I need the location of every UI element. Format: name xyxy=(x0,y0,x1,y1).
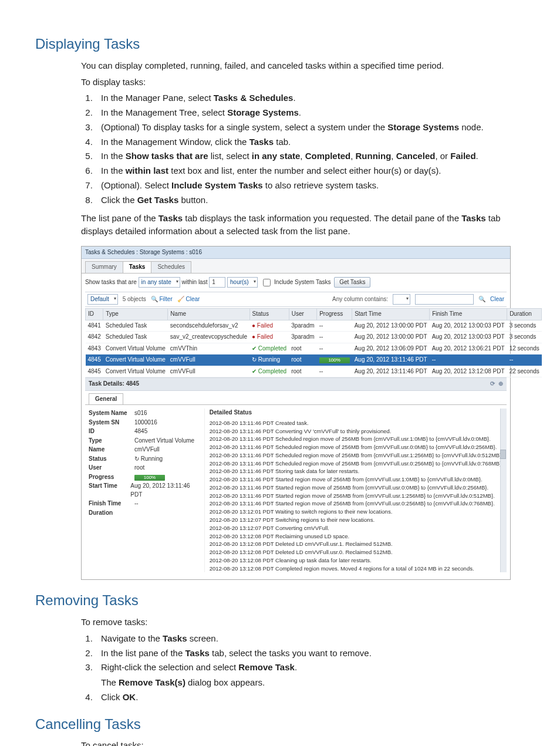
clear-search-link[interactable]: Clear xyxy=(490,295,504,304)
scrollbar-thumb[interactable] xyxy=(500,450,506,459)
status-line: 2012-08-20 13:11:46 PDT Started region m… xyxy=(210,484,503,492)
table-row[interactable]: 4845Convert Virtual VolumecmVVFull✔ Comp… xyxy=(86,366,542,377)
status-line: 2012-08-20 13:11:46 PDT Created task. xyxy=(210,419,503,427)
col-finish-time[interactable]: Finish Time xyxy=(430,309,507,320)
status-line: 2012-08-20 13:12:08 PDT Cleaning up task… xyxy=(210,556,503,565)
status-line: 2012-08-20 13:12:07 PDT Converting cmVVF… xyxy=(210,524,503,532)
remove-lead: To remove tasks: xyxy=(81,616,525,629)
col-duration[interactable]: Duration xyxy=(507,309,542,320)
detailed-status-panel: Detailed Status 2012-08-20 13:11:46 PDT … xyxy=(204,409,503,572)
within-last-input[interactable]: 1 xyxy=(209,277,225,288)
scrollbar[interactable] xyxy=(500,409,507,572)
filter-link[interactable]: 🔍 Filter xyxy=(151,295,173,304)
status-line: 2012-08-20 13:12:08 PDT Reclaiming unuse… xyxy=(210,532,503,541)
any-column-select[interactable] xyxy=(393,294,410,305)
col-name[interactable]: Name xyxy=(168,309,249,320)
tasks-table: IDTypeNameStatusUserProgressStart TimeFi… xyxy=(85,308,542,377)
step-3: (Optional) To display tasks for a single… xyxy=(95,121,525,134)
detailed-status-heading: Detailed Status xyxy=(210,409,503,417)
kv-row: System Names016 xyxy=(89,409,197,418)
state-select[interactable]: in any state xyxy=(139,277,180,288)
heading-removing-tasks: Removing Tasks xyxy=(35,590,525,611)
status-line: 2012-08-20 13:11:46 PDT Scheduled region… xyxy=(210,451,503,460)
table-row[interactable]: 4845Convert Virtual VolumecmVVFull↻ Runn… xyxy=(86,355,542,366)
tab-general[interactable]: General xyxy=(89,393,123,405)
col-status[interactable]: Status xyxy=(249,309,289,320)
rem-step-3: Right-click the selection and select Rem… xyxy=(95,661,525,689)
kv-row: NamecmVVFull xyxy=(89,445,197,454)
view-select[interactable]: Default xyxy=(87,294,118,305)
kv-row: Userroot xyxy=(89,464,197,472)
cancel-lead: To cancel tasks: xyxy=(81,739,525,746)
rem-step-4: Click OK. xyxy=(95,691,525,704)
status-line: 2012-08-20 13:11:46 PDT Started region m… xyxy=(210,475,503,484)
kv-row: TypeConvert Virtual Volume xyxy=(89,437,197,445)
status-line: 2012-08-20 13:11:46 PDT Storing task dat… xyxy=(210,467,503,475)
step-4: In the Management Window, click the Task… xyxy=(95,136,525,148)
kv-row: System SN1000016 xyxy=(89,418,197,427)
table-row[interactable]: 4841Scheduled Tasksecondscehduleforsav_v… xyxy=(86,320,542,332)
status-line: 2012-08-20 13:12:08 PDT Completed region… xyxy=(210,565,503,573)
include-system-label: Include System Tasks xyxy=(274,279,331,285)
rem-step-1: Navigate to the Tasks screen. xyxy=(95,632,525,645)
rem-step-2: In the list pane of the Tasks tab, selec… xyxy=(95,647,525,660)
table-row[interactable]: 4842Scheduled Tasksav_v2_createvcopysche… xyxy=(86,332,542,343)
clear-filter-link[interactable]: 🧹 Clear xyxy=(177,295,200,304)
task-details-header: Task Details: 4845 ⟳ ⊕ xyxy=(85,377,507,390)
status-line: 2012-08-20 13:11:46 PDT Started region m… xyxy=(210,499,503,508)
any-column-label: Any column contains: xyxy=(332,295,388,304)
status-line: 2012-08-20 13:11:46 PDT Scheduled region… xyxy=(210,435,503,443)
kv-row: Duration xyxy=(89,509,197,518)
table-row[interactable]: 4843Convert Virtual VolumecmVVThin✔ Comp… xyxy=(86,343,542,355)
task-details-kv: System Names016System SN1000016ID4845Typ… xyxy=(89,409,197,572)
kv-row: Status↻ Running xyxy=(89,455,197,464)
include-system-checkbox[interactable] xyxy=(263,279,271,286)
search-input[interactable] xyxy=(415,294,474,305)
status-line: 2012-08-20 13:11:46 PDT Scheduled region… xyxy=(210,443,503,451)
tab-summary[interactable]: Summary xyxy=(85,261,123,273)
displaying-steps: In the Manager Pane, select Tasks & Sche… xyxy=(81,92,525,206)
tasks-window: Tasks & Schedules : Storage Systems : s0… xyxy=(81,246,511,580)
status-line: 2012-08-20 13:12:08 PDT Deleted LD cmVVF… xyxy=(210,548,503,556)
within-last-label: within last xyxy=(182,279,208,285)
status-line: 2012-08-20 13:11:46 PDT Scheduled region… xyxy=(210,460,503,468)
kv-row: ID4845 xyxy=(89,427,197,436)
step-1: In the Manager Pane, select Tasks & Sche… xyxy=(95,92,525,104)
col-user[interactable]: User xyxy=(289,309,316,320)
col-start-time[interactable]: Start Time xyxy=(352,309,430,320)
filter-row: Default 5 objects 🔍 Filter 🧹 Clear Any c… xyxy=(85,292,507,308)
status-line: 2012-08-20 13:12:08 PDT Deleted LD cmVVF… xyxy=(210,540,503,548)
status-line: 2012-08-20 13:11:46 PDT Started region m… xyxy=(210,492,503,500)
step-8: Click the Get Tasks button. xyxy=(95,194,525,207)
lead-text: To display tasks: xyxy=(81,76,525,89)
tab-schedules[interactable]: Schedules xyxy=(151,261,191,273)
intro-text: You can display completed, running, fail… xyxy=(81,59,525,72)
heading-displaying-tasks: Displaying Tasks xyxy=(35,34,525,55)
status-line: 2012-08-20 13:12:01 PDT Waiting to switc… xyxy=(210,508,503,516)
step-2: In the Management Tree, select Storage S… xyxy=(95,106,525,119)
heading-cancelling-tasks: Cancelling Tasks xyxy=(35,714,525,735)
status-line: 2012-08-20 13:11:46 PDT Converting VV 'c… xyxy=(210,427,503,436)
kv-row: Progress100% xyxy=(89,473,197,482)
controls-row: Show tasks that are in any state within … xyxy=(85,277,507,288)
search-icon[interactable]: 🔍 xyxy=(478,295,485,304)
col-type[interactable]: Type xyxy=(103,309,168,320)
object-count: 5 objects xyxy=(123,295,146,304)
list-pane-text: The list pane of the Tasks tab displays … xyxy=(81,212,525,238)
window-title: Tasks & Schedules : Storage Systems : s0… xyxy=(82,247,510,259)
col-id[interactable]: ID xyxy=(86,309,103,320)
col-progress[interactable]: Progress xyxy=(317,309,352,320)
status-line: 2012-08-20 13:12:07 PDT Switching region… xyxy=(210,516,503,524)
show-tasks-label: Show tasks that are xyxy=(85,279,137,285)
unit-select[interactable]: hour(s) xyxy=(227,277,258,288)
removing-steps: Navigate to the Tasks screen. In the lis… xyxy=(81,632,525,704)
step-5: In the Show tasks that are list, select … xyxy=(95,150,525,163)
kv-row: Start TimeAug 20, 2012 13:11:46 PDT xyxy=(89,482,197,499)
detail-toolbar-icons[interactable]: ⟳ ⊕ xyxy=(490,380,503,389)
step-6: In the within last text box and list, en… xyxy=(95,164,525,177)
kv-row: Finish Time-- xyxy=(89,499,197,508)
tab-tasks[interactable]: Tasks xyxy=(123,261,152,273)
step-7: (Optional). Select Include System Tasks … xyxy=(95,179,525,192)
get-tasks-button[interactable]: Get Tasks xyxy=(334,277,370,288)
